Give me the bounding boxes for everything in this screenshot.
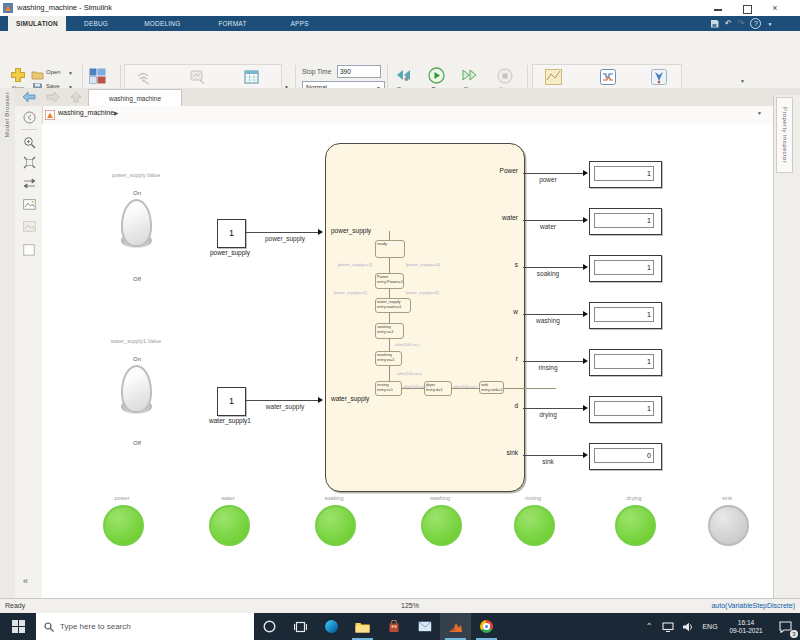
switch-lever[interactable] [121, 199, 152, 247]
start-button[interactable] [0, 613, 36, 640]
toggle-switch-power[interactable] [119, 199, 155, 251]
network-icon[interactable] [658, 613, 678, 640]
open-button[interactable]: Open [46, 69, 61, 77]
tray-chevron[interactable]: ⌃ [640, 613, 658, 640]
library-browser-icon[interactable] [89, 68, 106, 84]
open-dropdown-icon[interactable]: ▼ [68, 70, 73, 76]
close-icon[interactable]: × [770, 3, 780, 13]
display-block[interactable]: 1 [589, 208, 662, 235]
tab-format[interactable]: FORMAT [214, 16, 250, 31]
display-block[interactable]: 1 [589, 161, 662, 188]
breadcrumb[interactable]: washing_machine [58, 109, 114, 116]
signal-table-icon[interactable] [244, 70, 259, 84]
switch-lever[interactable] [121, 365, 152, 413]
new-icon[interactable] [10, 67, 26, 83]
lamp-soaking[interactable] [315, 505, 356, 546]
lamp-washing[interactable] [421, 505, 462, 546]
state-water-supply[interactable]: water_supplyentry:water=1 [375, 298, 411, 313]
wire[interactable] [523, 173, 584, 174]
box-annotation-icon[interactable] [23, 244, 35, 256]
undo-icon[interactable]: ↶ [725, 19, 732, 28]
logic-analyzer-icon[interactable] [600, 69, 616, 85]
display-block[interactable]: 1 [589, 302, 662, 329]
signal-routing-icon[interactable] [23, 178, 36, 189]
quick-access-dropdown-icon[interactable]: ▼ [767, 21, 772, 27]
zoom-icon[interactable] [23, 136, 36, 149]
solver-status[interactable]: auto(VariableStepDiscrete) [711, 602, 795, 609]
lamp-sink[interactable] [708, 505, 749, 546]
cortana-button[interactable] [254, 613, 285, 640]
hide-browser-icon[interactable] [23, 111, 36, 124]
help-icon[interactable]: ? [750, 18, 761, 29]
open-icon[interactable] [31, 69, 44, 80]
wire[interactable] [523, 455, 584, 456]
volume-icon[interactable] [678, 613, 698, 640]
stop-time-input[interactable]: 390 [337, 65, 381, 78]
lamp-rinsing[interactable] [514, 505, 555, 546]
state-soaking[interactable]: soakingentry:s=1 [375, 323, 404, 339]
language-indicator[interactable]: ENG [698, 613, 722, 640]
wire-arrow [583, 405, 588, 411]
wire[interactable] [523, 314, 584, 315]
wire[interactable] [523, 267, 584, 268]
block-name[interactable]: water_supply1 [190, 417, 270, 424]
redo-icon[interactable]: ↷ [738, 19, 745, 28]
tab-apps[interactable]: APPS [287, 16, 313, 31]
state-dryer[interactable]: dryerentry:d=1 [424, 381, 452, 396]
toolstrip-more-dropdown-icon[interactable]: ▼ [740, 78, 745, 84]
wire[interactable] [523, 220, 584, 221]
display-block[interactable]: 1 [589, 349, 662, 376]
run-icon[interactable] [428, 67, 445, 84]
action-center-button[interactable]: 3 [770, 613, 800, 640]
block-name[interactable]: power_supply [190, 249, 270, 256]
fit-to-view-icon[interactable] [23, 156, 36, 169]
breadcrumb-arrow-icon[interactable]: ▶ [114, 110, 118, 116]
task-view-button[interactable] [285, 613, 316, 640]
annotation-image-icon[interactable] [23, 199, 36, 210]
maximize-icon[interactable] [743, 5, 752, 14]
state-washing[interactable]: washingentry:w=1 [375, 351, 402, 366]
data-inspector-icon[interactable] [545, 69, 562, 85]
state-power[interactable]: Powerentry:Power=1 [375, 273, 404, 289]
chrome-button[interactable] [471, 613, 502, 640]
wire[interactable] [246, 400, 319, 401]
lamp-power[interactable] [103, 505, 144, 546]
edge-button[interactable] [316, 613, 347, 640]
step-back-icon[interactable] [395, 68, 412, 82]
constant-block-power[interactable]: 1 [217, 219, 246, 248]
lamp-drying[interactable] [615, 505, 656, 546]
state-rinsing[interactable]: rinsingentry:r=1 [375, 381, 402, 396]
model-browser-strip[interactable]: Model Browser [0, 88, 16, 598]
state-sink[interactable]: sinkentry:sink=1 [479, 381, 504, 394]
tab-modeling[interactable]: MODELING [140, 16, 184, 31]
step-forward-icon[interactable] [461, 68, 478, 82]
matlab-button[interactable] [440, 613, 471, 640]
zoom-level[interactable]: 125% [380, 602, 440, 609]
store-button[interactable] [378, 613, 409, 640]
document-tab[interactable]: washing_machine [88, 89, 182, 107]
canvas-dropdown-icon[interactable]: ▼ [757, 110, 762, 116]
wire[interactable] [246, 232, 319, 233]
display-block[interactable]: 1 [589, 396, 662, 423]
mail-button[interactable] [409, 613, 440, 640]
toggle-switch-water[interactable] [119, 365, 155, 417]
tab-simulation[interactable]: SIMULATION [8, 16, 66, 31]
clock[interactable]: 16:1409-01-2021 [722, 613, 770, 640]
minimize-icon[interactable] [714, 9, 722, 11]
collapse-palette-icon[interactable]: « [23, 576, 28, 586]
stateflow-chart-block[interactable]: power_supply water_supply Power water s … [325, 143, 525, 492]
constant-block-water[interactable]: 1 [217, 387, 246, 416]
property-inspector-tab[interactable]: Property Inspector [776, 97, 793, 173]
wire[interactable] [523, 408, 584, 409]
state-ready[interactable]: ready [375, 240, 405, 258]
taskbar-search[interactable]: Type here to search [36, 613, 254, 640]
save-quick-icon[interactable] [710, 19, 719, 28]
tab-debug[interactable]: DEBUG [80, 16, 112, 31]
display-block[interactable]: 0 [589, 443, 662, 470]
back-icon[interactable] [22, 91, 36, 103]
birds-eye-scope-icon[interactable] [651, 69, 667, 85]
display-block[interactable]: 1 [589, 255, 662, 282]
wire[interactable] [523, 361, 584, 362]
file-explorer-button[interactable] [347, 613, 378, 640]
lamp-water[interactable] [209, 505, 250, 546]
